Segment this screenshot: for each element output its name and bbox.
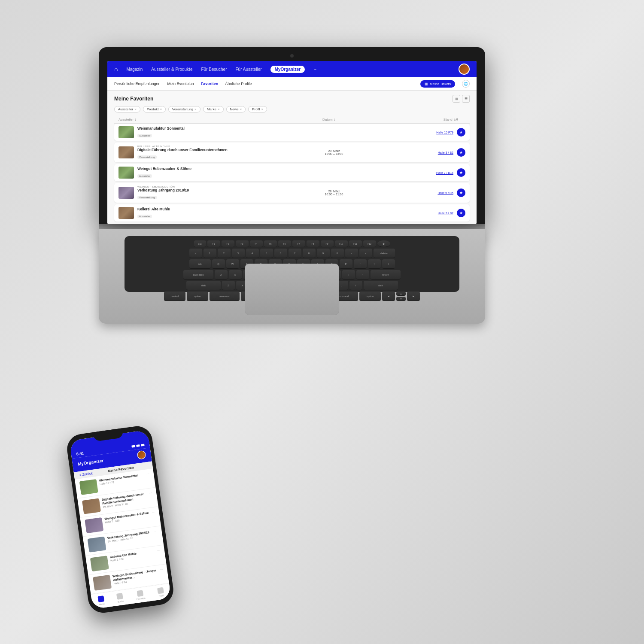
key-f9[interactable]: F9 xyxy=(321,240,334,247)
key-a[interactable]: A xyxy=(215,270,228,279)
key-esc[interactable]: esc xyxy=(194,240,206,247)
subnav-profile[interactable]: Ähnliche Profile xyxy=(225,82,252,86)
key-return[interactable]: return xyxy=(371,270,401,279)
key-f11[interactable]: F11 xyxy=(349,240,362,247)
key-down[interactable]: ▼ xyxy=(396,297,406,301)
key-shift-left[interactable]: shift xyxy=(186,281,221,290)
nav-magazin[interactable]: Magazin xyxy=(126,67,143,72)
key-f6[interactable]: F6 xyxy=(278,240,291,247)
favorite-star[interactable]: ★ xyxy=(457,128,465,137)
subnav-eventplan[interactable]: Mein Eventplan xyxy=(167,82,194,86)
nav-aussteller2[interactable]: Für Aussteller xyxy=(235,67,261,72)
key-left[interactable]: ◄ xyxy=(382,292,395,301)
row-stand[interactable]: Halle 3 / B2 xyxy=(376,212,453,215)
row-stand[interactable]: Halle 7 / B15 xyxy=(376,171,453,174)
filter-remove-news[interactable]: × xyxy=(240,107,242,111)
key-w[interactable]: W xyxy=(226,259,239,269)
key-0[interactable]: 0 xyxy=(331,249,344,258)
key-slash[interactable]: / xyxy=(349,281,362,290)
filter-marke[interactable]: Marke × xyxy=(203,106,224,112)
filter-remove-profil[interactable]: × xyxy=(261,107,263,111)
key-8[interactable]: 8 xyxy=(303,249,316,258)
user-avatar[interactable] xyxy=(459,64,470,75)
phone-nav-favorites[interactable]: Favoriten xyxy=(135,590,146,601)
key-f4[interactable]: F4 xyxy=(250,240,263,247)
key-up[interactable]: ▲ xyxy=(396,292,406,296)
nav-more[interactable]: ··· xyxy=(313,66,318,72)
phone-row-more[interactable]: ··· xyxy=(157,548,161,553)
key-f8[interactable]: F8 xyxy=(307,240,319,247)
key-tab[interactable]: tab xyxy=(189,259,211,269)
key-6[interactable]: 6 xyxy=(274,249,287,258)
globe-icon[interactable]: 🌐 xyxy=(462,80,470,88)
filter-aussteller[interactable]: Aussteller × xyxy=(114,106,140,112)
key-command-left[interactable]: command xyxy=(210,292,240,301)
phone-row-more[interactable]: ··· xyxy=(154,529,158,533)
touchpad[interactable] xyxy=(245,264,339,315)
favorite-star[interactable]: ★ xyxy=(457,168,465,177)
key-option-left[interactable]: option xyxy=(187,292,208,301)
key-option-right[interactable]: option xyxy=(359,292,381,301)
key-equals[interactable]: = xyxy=(359,249,372,258)
key-p[interactable]: P xyxy=(340,259,352,269)
key-minus[interactable]: - xyxy=(345,249,358,258)
filter-remove-aussteller[interactable]: × xyxy=(134,107,137,111)
subnav-favoriten[interactable]: Favoriten xyxy=(201,82,219,86)
phone-row-more[interactable]: ··· xyxy=(149,491,152,495)
key-backslash[interactable]: \ xyxy=(382,259,395,269)
phone-nav-profile[interactable]: Profil xyxy=(157,587,164,598)
key-f10[interactable]: F10 xyxy=(335,240,348,247)
filter-remove-produkt[interactable]: × xyxy=(160,107,162,111)
phone-nav-home[interactable]: Home xyxy=(98,595,105,606)
filter-veranstaltung[interactable]: Veranstaltung × xyxy=(168,106,200,112)
key-q[interactable]: Q xyxy=(212,259,225,269)
key-3[interactable]: 3 xyxy=(232,249,245,258)
key-f2[interactable]: F2 xyxy=(222,240,234,247)
filter-remove-veranstaltung[interactable]: × xyxy=(194,107,197,111)
key-f3[interactable]: F3 xyxy=(236,240,249,247)
phone-row-more[interactable]: ··· xyxy=(152,510,155,514)
key-delete[interactable]: delete xyxy=(374,249,395,258)
key-5[interactable]: 5 xyxy=(260,249,273,258)
col-header-date[interactable]: Datum ↕ xyxy=(287,118,371,122)
col-header-print[interactable]: 🖨 xyxy=(455,118,465,122)
key-f1[interactable]: F1 xyxy=(207,240,220,247)
phone-row-more[interactable]: ··· xyxy=(160,567,163,571)
key-capslock[interactable]: caps lock xyxy=(183,270,213,279)
phone-back-button[interactable]: < Zurück xyxy=(79,471,93,477)
row-stand[interactable]: Halle 3 / B2 xyxy=(376,151,453,154)
key-s[interactable]: S xyxy=(229,270,242,279)
phone-avatar[interactable] xyxy=(137,450,146,460)
key-control[interactable]: control xyxy=(164,292,185,301)
nav-besucher[interactable]: Für Besucher xyxy=(201,67,227,72)
key-lbracket[interactable]: [ xyxy=(354,259,367,269)
key-f7[interactable]: F7 xyxy=(292,240,305,247)
filter-profil[interactable]: Profil × xyxy=(248,106,267,112)
filter-remove-marke[interactable]: × xyxy=(218,107,220,111)
col-header-name[interactable]: Aussteller ↕ xyxy=(118,118,287,122)
key-7[interactable]: 7 xyxy=(289,249,301,258)
row-stand[interactable]: Halle 5 / C5 xyxy=(376,191,453,194)
nav-myorganizer[interactable]: MyOrganizer xyxy=(270,66,305,73)
tickets-button[interactable]: ▦ Meine Tickets xyxy=(420,80,455,88)
phone-row-more[interactable]: ··· xyxy=(146,472,150,476)
subnav-empfehlungen[interactable]: Persönliche Empfehlungen xyxy=(114,82,161,86)
key-z[interactable]: Z xyxy=(222,281,235,290)
favorite-star[interactable]: ★ xyxy=(457,209,465,217)
key-f5[interactable]: F5 xyxy=(264,240,277,247)
home-icon[interactable]: ⌂ xyxy=(114,66,118,73)
key-right[interactable]: ► xyxy=(407,292,420,301)
key-power[interactable]: ⏻ xyxy=(377,240,390,247)
phone-nav-search[interactable]: Suche xyxy=(116,593,124,603)
key-9[interactable]: 9 xyxy=(317,249,330,258)
filter-news[interactable]: News × xyxy=(226,106,246,112)
filter-produkt[interactable]: Produkt × xyxy=(143,106,166,112)
grid-view-icon[interactable]: ⊞ xyxy=(453,95,460,103)
list-view-icon[interactable]: ☰ xyxy=(462,95,470,103)
key-shift-right[interactable]: shift xyxy=(364,281,398,290)
key-semicolon[interactable]: ; xyxy=(342,270,355,279)
key-f12[interactable]: F12 xyxy=(363,240,376,247)
key-rbracket[interactable]: ] xyxy=(368,259,381,269)
key-quote[interactable]: " xyxy=(356,270,369,279)
col-header-stand[interactable]: Stand ↕ xyxy=(371,118,455,122)
